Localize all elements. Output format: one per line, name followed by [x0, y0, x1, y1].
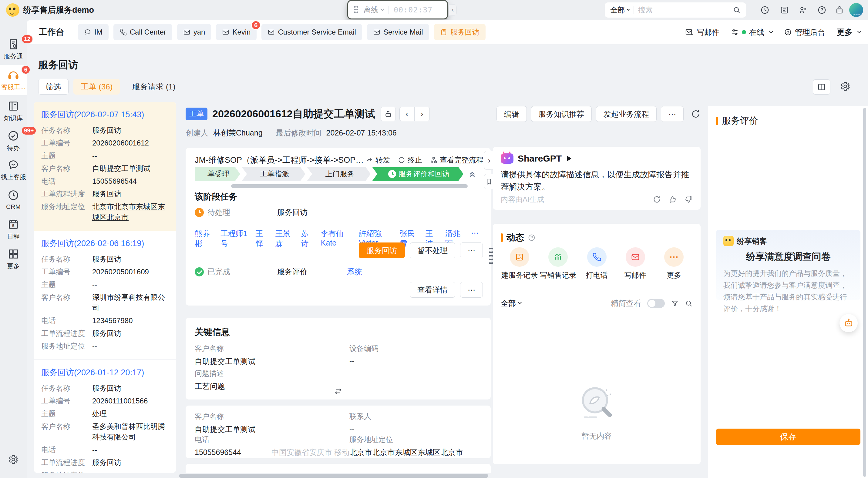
column-drag-handle[interactable]: [489, 247, 493, 264]
search-icon[interactable]: [733, 6, 741, 14]
widget-collapse-button[interactable]: ‹: [449, 4, 457, 16]
sidebar-item-calendar[interactable]: 5 日程: [0, 215, 27, 244]
service-visit-button[interactable]: 服务回访: [359, 243, 405, 258]
search-input[interactable]: 搜索: [638, 5, 728, 15]
write-email-button[interactable]: 写邮件: [617, 247, 654, 280]
refresh-icon[interactable]: [691, 109, 701, 119]
approval-icon[interactable]: [798, 5, 808, 15]
toolbar-tab-service-visit[interactable]: 服务回访: [434, 24, 486, 40]
ticket-title[interactable]: 服务回访(2026-01-12 20:17): [41, 367, 169, 378]
toolbar-tab-customer-service-email[interactable]: Customer Service Email: [261, 24, 362, 40]
create-service-record-button[interactable]: 建服务记录: [501, 247, 538, 280]
collapse-stages-icon[interactable]: [468, 169, 477, 179]
sidebar-item-more[interactable]: 更多: [0, 244, 27, 274]
defer-button[interactable]: 暂不处理: [410, 243, 455, 258]
toolbar-tab-im[interactable]: IM: [78, 24, 108, 40]
feed-more-button[interactable]: ⋯ 更多: [656, 247, 692, 280]
customer-link[interactable]: 深圳市纷享科技有限公司: [92, 292, 169, 313]
thumbs-up-icon[interactable]: [669, 195, 677, 204]
admin-console-button[interactable]: 管理后台: [784, 27, 825, 37]
help-icon[interactable]: [817, 5, 827, 15]
feed-search-icon[interactable]: [685, 299, 693, 307]
stage-pending[interactable]: 上门服务: [307, 167, 371, 181]
view-full-flow-button[interactable]: 查看完整流程: [430, 155, 484, 165]
filter-button[interactable]: 筛选: [38, 79, 68, 95]
list-settings-icon[interactable]: [840, 81, 850, 92]
bulletin-icon[interactable]: [779, 5, 789, 15]
toolbar-tab-kevin[interactable]: Kevin 6: [216, 24, 256, 40]
toolbar-tab-service-mail[interactable]: Service Mail: [367, 24, 429, 40]
task-more-button[interactable]: ⋯: [460, 243, 483, 258]
knowledge-recommend-button[interactable]: 服务知识推荐: [531, 106, 592, 122]
edit-button[interactable]: 编辑: [496, 106, 527, 122]
customer-link[interactable]: 自助提交工单测试: [195, 424, 255, 434]
assignee-link[interactable]: 工程师1号: [220, 228, 247, 249]
toolbar-tab-yan[interactable]: yan: [177, 24, 211, 40]
call-status-select[interactable]: 离线: [363, 5, 384, 15]
ticket-title[interactable]: 服务回访(2026-02-06 16:19): [41, 238, 169, 249]
expand-arrow-icon[interactable]: [567, 156, 571, 161]
sidebar-settings-icon[interactable]: [8, 454, 19, 465]
assignee-link[interactable]: 王景霖: [275, 228, 293, 249]
stage-active[interactable]: 服务评价和回访: [372, 167, 463, 181]
stage-pending[interactable]: 工单指派: [242, 167, 305, 181]
next-record-button[interactable]: ›: [414, 107, 430, 121]
user-avatar[interactable]: CONNECT: [849, 3, 863, 17]
system-owner-link[interactable]: 系统: [347, 267, 362, 277]
address-link[interactable]: 北京市北京市东城区东城区北京市: [349, 447, 463, 457]
stage-done[interactable]: 单受理: [195, 167, 240, 181]
unlock-button[interactable]: [381, 107, 396, 121]
horizontal-scrollbar[interactable]: [179, 474, 488, 478]
stage-scrollbar[interactable]: [231, 184, 468, 188]
save-button[interactable]: 保存: [716, 428, 860, 445]
status-select[interactable]: 在线: [731, 27, 772, 37]
sidebar-item-agent-workbench[interactable]: 6 客服工...: [0, 65, 27, 95]
make-call-button[interactable]: 打电话: [579, 247, 615, 280]
assignee-link[interactable]: 王铎: [255, 228, 267, 249]
regenerate-icon[interactable]: [653, 195, 661, 204]
assignee-link[interactable]: 苏诗: [301, 228, 313, 249]
app-store-icon[interactable]: [835, 5, 844, 15]
swap-icon[interactable]: [334, 387, 343, 396]
sidebar-item-knowledge-base[interactable]: 知识库: [0, 96, 27, 126]
tab-service-requests[interactable]: 服务请求 (1): [125, 79, 183, 95]
toolbar-tab-call-center[interactable]: Call Center: [114, 24, 172, 40]
customer-link[interactable]: 自助提交工单测试: [195, 356, 255, 367]
terminate-button[interactable]: 终止: [398, 155, 422, 165]
call-status-widget[interactable]: 离线 00:02:37: [348, 1, 447, 19]
history-icon[interactable]: [760, 5, 770, 15]
funnel-icon[interactable]: [671, 299, 679, 307]
ai-assistant-fab[interactable]: [839, 314, 858, 332]
sidebar-item-todo[interactable]: 99+ 待办: [0, 126, 27, 156]
start-flow-button[interactable]: 发起业务流程: [596, 106, 657, 122]
customer-link[interactable]: 圣多美和普林西比明腾科技有限公司: [92, 421, 169, 442]
write-sales-record-button[interactable]: 写销售记录: [540, 247, 576, 280]
assignee-link[interactable]: 李有仙Kate: [321, 228, 351, 249]
vertical-scrollbar[interactable]: [863, 108, 866, 477]
drag-handle-icon[interactable]: [353, 5, 359, 14]
ticket-card[interactable]: 服务回访(2026-02-06 16:19) 任务名称服务回访 工单编号2026…: [34, 231, 176, 360]
compact-view-toggle[interactable]: [647, 299, 665, 308]
tab-tickets[interactable]: 工单 (36): [73, 79, 120, 95]
ticket-card[interactable]: 服务回访(2026-01-12 20:17) 任务名称服务回访 工单编号2026…: [34, 360, 176, 473]
address-link[interactable]: 北京市北京市东城区东城区北京市: [92, 201, 169, 222]
forward-button[interactable]: 转发: [366, 155, 390, 165]
more-menu-button[interactable]: 更多: [837, 27, 861, 38]
prev-record-button[interactable]: ‹: [399, 107, 414, 121]
compose-mail-button[interactable]: 写邮件: [685, 27, 719, 37]
layout-toggle-button[interactable]: [813, 79, 830, 95]
sidebar-item-online-service[interactable]: 线上客服: [0, 155, 27, 185]
ticket-card-selected[interactable]: 服务回访(2026-02-07 15:43) 任务名称服务回访 工单编号2026…: [34, 102, 176, 231]
sidebar-item-service-hub[interactable]: 12 服务通: [0, 35, 27, 64]
search-scope-select[interactable]: 全部: [610, 5, 629, 15]
more-actions-button[interactable]: ⋯: [661, 106, 684, 122]
sidebar-item-crm[interactable]: CRM: [0, 185, 27, 215]
survey-card[interactable]: 纷享销客 纷享满意度调查问卷 为更好的提升我们的产品与服务质量，我们诚挚邀请您参…: [716, 230, 860, 300]
feed-scope-select[interactable]: 全部: [501, 298, 521, 308]
customer-link[interactable]: 自助提交工单测试: [92, 163, 169, 174]
view-detail-button[interactable]: 查看详情: [410, 282, 455, 298]
assignee-link[interactable]: 熊养彬: [195, 228, 213, 249]
help-circle-icon[interactable]: [528, 234, 536, 242]
global-search[interactable]: 全部 搜索: [605, 2, 746, 18]
thumbs-down-icon[interactable]: [684, 195, 693, 204]
